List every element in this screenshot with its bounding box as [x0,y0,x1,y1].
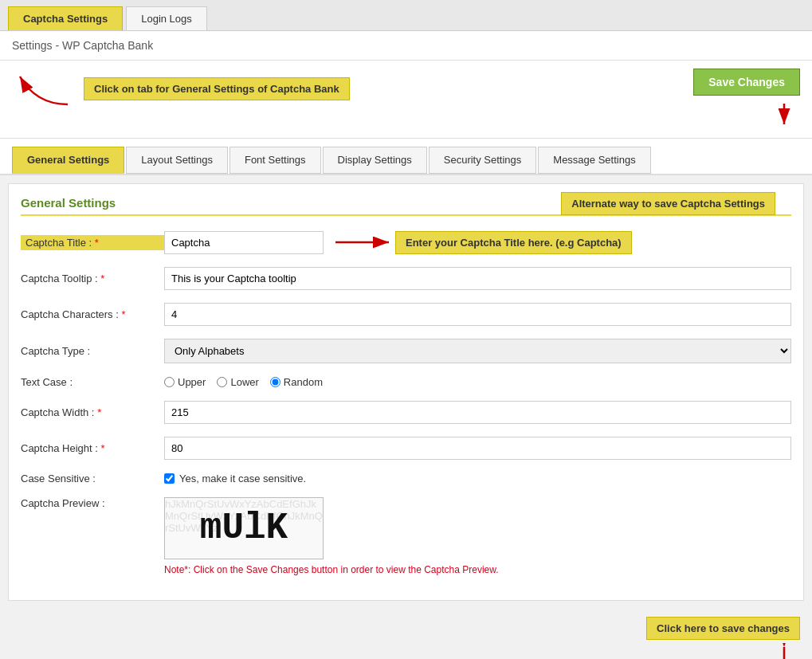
top-tab-bar: Captcha Settings Login Logs [0,0,812,31]
case-sensitive-checkbox[interactable] [164,473,175,484]
captcha-preview-row: Captcha Preview : hJkMnQrStUvWxYzAbCdEfG… [21,497,791,575]
captcha-type-select[interactable]: Only Alphabets Only Numbers Alphanumeric [164,339,791,363]
required-marker: * [97,406,101,418]
captcha-width-label: Captcha Width : * [21,406,164,418]
required-marker: * [95,237,99,249]
tab-display-settings[interactable]: Display Settings [323,147,427,174]
captcha-width-row: Captcha Width : * [21,401,791,424]
radio-upper: Upper [164,376,206,388]
captcha-characters-label: Captcha Characters : * [21,308,164,320]
captcha-title-row: Captcha Title : * Enter your Captcha Tit… [21,230,791,254]
required-marker: * [121,308,125,320]
radio-upper-label: Upper [178,376,206,388]
captcha-preview-area: hJkMnQrStUvWxYzAbCdEfGhJkMnQrStUvWxYzAbC… [164,497,499,575]
captcha-preview-box: hJkMnQrStUvWxYzAbCdEfGhJkMnQrStUvWxYzAbC… [164,497,324,559]
case-sensitive-checkbox-row: Yes, make it case sensitive. [164,473,306,484]
nav-tab-bar: General Settings Layout Settings Font Se… [0,139,812,175]
bottom-area: Click here to save changes Save Changes … [0,609,812,659]
captcha-height-row: Captcha Height : * [21,437,791,460]
captcha-characters-input[interactable] [164,303,791,326]
radio-random-input[interactable] [270,377,280,387]
case-sensitive-row: Case Sensitive : Yes, make it case sensi… [21,473,791,484]
click-here-tooltip: Click here to save changes [646,617,800,640]
page-header: Settings - WP Captcha Bank [0,31,812,61]
captcha-tooltip-label: Captcha Tooltip : * [21,273,164,284]
captcha-width-input[interactable] [164,401,791,424]
page-title: Settings - WP Captcha Bank [12,39,153,52]
captcha-preview-text: mUlK [200,508,288,549]
captcha-tooltip-row: Captcha Tooltip : * [21,267,791,290]
tab-security-settings[interactable]: Security Settings [429,147,537,174]
radio-random: Random [270,376,323,388]
required-marker: * [100,442,104,454]
required-marker: * [100,273,104,284]
captcha-preview-label: Captcha Preview : [21,497,164,509]
radio-random-label: Random [284,376,323,388]
case-sensitive-checkbox-label: Yes, make it case sensitive. [179,473,306,484]
captcha-preview-note: Note*: Click on the Save Changes button … [164,564,499,575]
captcha-characters-row: Captcha Characters : * [21,303,791,326]
captcha-title-tooltip: Enter your Captcha Title here. (e.g Capt… [395,231,632,254]
toolbar-left: Click on tab for General Settings of Cap… [12,69,693,108]
toolbar-right: Save Changes [693,69,800,130]
arrow-to-alt-tooltip-icon [768,102,800,130]
tab-captcha-settings[interactable]: Captcha Settings [8,6,123,30]
text-case-row: Text Case : Upper Lower Random [21,376,791,388]
arrow-to-save-bottom-icon [768,643,800,659]
radio-lower-label: Lower [230,376,258,388]
tab-layout-settings[interactable]: Layout Settings [126,147,228,174]
radio-upper-input[interactable] [164,377,175,387]
arrow-to-tooltip-icon [12,69,76,108]
case-sensitive-label: Case Sensitive : [21,473,164,484]
bottom-right: Click here to save changes Save Changes … [646,617,800,659]
section-header-row: General Settings Alternate way to save C… [21,196,791,216]
captcha-title-input[interactable] [164,231,324,254]
tab-login-logs[interactable]: Login Logs [126,6,207,30]
toolbar: Click on tab for General Settings of Cap… [0,61,812,139]
tab-general-settings[interactable]: General Settings [12,147,124,174]
tab-font-settings[interactable]: Font Settings [229,147,321,174]
save-changes-top-button[interactable]: Save Changes [693,69,800,96]
captcha-tooltip-input[interactable] [164,267,791,290]
radio-lower-input[interactable] [217,377,227,387]
text-case-label: Text Case : [21,376,164,388]
captcha-type-label: Captcha Type : [21,345,164,357]
captcha-height-label: Captcha Height : * [21,442,164,454]
captcha-height-input[interactable] [164,437,791,460]
captcha-type-row: Captcha Type : Only Alphabets Only Numbe… [21,339,791,363]
captcha-title-label: Captcha Title : * [21,235,164,250]
arrow-to-title-tooltip-icon [331,230,395,254]
text-case-radio-group: Upper Lower Random [164,376,323,388]
radio-lower: Lower [217,376,258,388]
content-area: General Settings Alternate way to save C… [8,183,804,601]
general-settings-tooltip: Click on tab for General Settings of Cap… [84,77,350,100]
tab-message-settings[interactable]: Message Settings [538,147,650,174]
alt-save-tooltip: Alternate way to save Captcha Settings [561,192,775,215]
